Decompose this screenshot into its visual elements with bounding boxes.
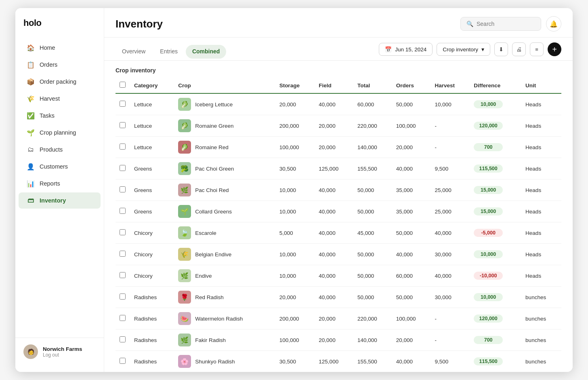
crop-image-5: 🌱 [178, 205, 191, 218]
customers-icon: 👤 [27, 163, 35, 171]
table-row: Greens 🌿 Pac Choi Red 10,000 40,000 50,0… [116, 179, 561, 201]
sidebar-item-orders[interactable]: 📋 Orders [19, 57, 101, 73]
crop-name-8: Endive [195, 273, 212, 279]
cell-total-4: 50,000 [353, 179, 392, 201]
notification-bell-button[interactable]: 🔔 [546, 16, 561, 32]
select-all-checkbox[interactable] [120, 82, 126, 88]
cell-harvest-0: 10,000 [430, 93, 470, 115]
table-row: Lettuce 🥬 Romaine Green 200,000 20,000 2… [116, 115, 561, 137]
cell-total-7: 50,000 [353, 244, 392, 265]
row-checkbox-6[interactable] [120, 229, 126, 235]
row-checkbox-2[interactable] [120, 144, 126, 150]
sidebar-item-harvest[interactable]: 🌾 Harvest [19, 91, 101, 107]
row-checkbox-12[interactable] [120, 358, 126, 364]
cell-field-3: 125,000 [315, 158, 353, 179]
tab-combined[interactable]: Combined [186, 45, 226, 59]
filter-icon: ≡ [535, 46, 538, 53]
crop-name-7: Belgian Endive [195, 251, 231, 258]
cell-crop-11: 🌿 Fakir Radish [174, 329, 275, 351]
cell-field-6: 40,000 [315, 222, 353, 244]
dropdown-label: Crop inventory [443, 46, 478, 53]
crop-name-1: Romaine Green [195, 123, 233, 129]
cell-crop-10: 🍉 Watermelon Radish [174, 308, 275, 329]
cell-storage-1: 200,000 [275, 115, 315, 137]
cell-storage-0: 20,000 [275, 93, 315, 115]
row-checkbox-4[interactable] [120, 186, 126, 192]
cell-crop-3: 🥦 Pac Choi Green [174, 158, 275, 179]
date-picker-button[interactable]: 📅 Jun 15, 2024 [379, 43, 433, 56]
main-content: Inventory 🔍 🔔 OverviewEntriesCombined 📅 … [104, 8, 573, 372]
sidebar-footer: 🧑 Norwich Farms Log out [15, 338, 104, 365]
cell-total-9: 50,000 [353, 287, 392, 308]
cell-storage-10: 200,000 [275, 308, 315, 329]
sidebar-label-customers: Customers [40, 163, 68, 170]
row-checkbox-9[interactable] [120, 293, 126, 300]
row-checkbox-8[interactable] [120, 272, 126, 278]
sidebar-item-reports[interactable]: 📊 Reports [19, 175, 101, 192]
cell-orders-9: 50,000 [392, 287, 431, 308]
sidebar-item-inventory[interactable]: 🗃 Inventory [19, 192, 101, 209]
filter-button[interactable]: ≡ [530, 42, 544, 56]
cell-storage-6: 5,000 [275, 222, 315, 244]
crop-inventory-dropdown[interactable]: Crop inventory ▾ [437, 43, 490, 56]
crop-name-3: Pac Choi Green [195, 166, 234, 172]
row-checkbox-0[interactable] [120, 101, 126, 107]
tab-entries[interactable]: Entries [153, 45, 184, 59]
cell-orders-3: 40,000 [392, 158, 431, 179]
sidebar-label-tasks: Tasks [40, 112, 55, 119]
cell-orders-11: 20,000 [392, 329, 431, 351]
cell-orders-10: 100,000 [392, 308, 431, 329]
cell-unit-1: Heads [521, 115, 561, 137]
search-box[interactable]: 🔍 [460, 17, 541, 31]
row-checkbox-10[interactable] [120, 315, 126, 321]
cell-crop-6: 🍃 Escarole [174, 222, 275, 244]
cell-harvest-8: 40,000 [430, 265, 470, 287]
row-checkbox-5[interactable] [120, 208, 126, 214]
cell-total-6: 45,000 [353, 222, 392, 244]
sidebar-item-home[interactable]: 🏠 Home [19, 40, 101, 56]
row-checkbox-11[interactable] [120, 336, 126, 342]
home-icon: 🏠 [27, 44, 35, 52]
table-header: Category Crop Storage Field Total Orders… [116, 78, 561, 93]
cell-difference-2: 700 [470, 137, 521, 158]
logout-link[interactable]: Log out [43, 352, 82, 358]
sidebar-item-order-packing[interactable]: 📦 Order packing [19, 74, 101, 90]
print-button[interactable]: 🖨 [512, 42, 526, 56]
add-button[interactable]: + [548, 42, 561, 56]
table-row: Greens 🌱 Collard Greens 10,000 40,000 50… [116, 201, 561, 222]
col-storage: Storage [275, 78, 315, 93]
cell-field-0: 40,000 [315, 93, 353, 115]
cell-difference-8: -10,000 [470, 265, 521, 287]
sidebar-item-crop-planning[interactable]: 🌱 Crop planning [19, 125, 101, 141]
sidebar-nav: 🏠 Home 📋 Orders 📦 Order packing 🌾 Harves… [15, 40, 104, 338]
cell-field-8: 40,000 [315, 265, 353, 287]
sidebar-item-customers[interactable]: 👤 Customers [19, 158, 101, 175]
cell-total-10: 220,000 [353, 308, 392, 329]
crop-name-2: Romaine Red [195, 144, 229, 150]
search-input[interactable] [477, 21, 535, 27]
sidebar-label-order-packing: Order packing [40, 78, 76, 85]
row-checkbox-7[interactable] [120, 251, 126, 257]
cell-unit-11: bunches [521, 329, 561, 351]
crop-name-0: Iceberg Lettuce [195, 101, 233, 108]
sidebar-item-products[interactable]: 🗂 Products [19, 141, 101, 158]
cell-harvest-7: 30,000 [430, 244, 470, 265]
sidebar-item-tasks[interactable]: ✅ Tasks [19, 108, 101, 124]
crop-image-8: 🌿 [178, 269, 191, 282]
cell-total-0: 60,000 [353, 93, 392, 115]
print-icon: 🖨 [516, 46, 522, 53]
sidebar-label-orders: Orders [40, 61, 57, 68]
cell-difference-0: 10,000 [470, 93, 521, 115]
cell-unit-3: Heads [521, 158, 561, 179]
tab-overview[interactable]: Overview [116, 45, 152, 59]
crop-image-3: 🥦 [178, 162, 191, 175]
row-checkbox-3[interactable] [120, 165, 126, 171]
row-checkbox-1[interactable] [120, 122, 126, 128]
harvest-icon: 🌾 [27, 95, 35, 103]
download-button[interactable]: ⬇ [494, 42, 508, 56]
table-row: Radishes 🌿 Fakir Radish 100,000 20,000 1… [116, 329, 561, 351]
sidebar-label-crop-planning: Crop planning [40, 129, 76, 136]
cell-harvest-5: 25,000 [430, 201, 470, 222]
cell-orders-12: 40,000 [392, 351, 431, 372]
cell-difference-4: 15,000 [470, 179, 521, 201]
